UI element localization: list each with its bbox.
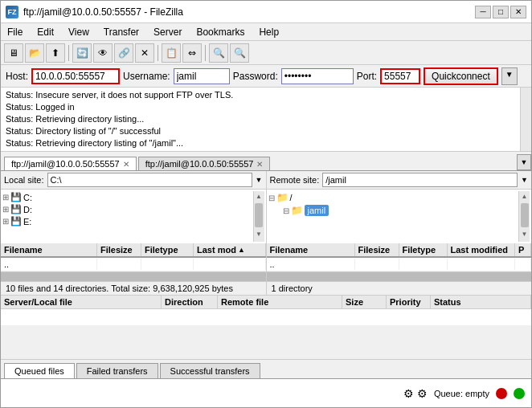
expand-c-icon[interactable]: ⊞ — [2, 193, 9, 202]
tab-dropdown[interactable]: ▼ — [517, 154, 531, 170]
tab-1[interactable]: ftp://jamil@10.0.0.50:55557 ✕ — [138, 157, 271, 170]
scroll-up-icon[interactable]: ▲ — [254, 191, 264, 202]
toolbar-sep3 — [205, 45, 206, 61]
remote-tree-jamil[interactable]: ⊟ 📁 jamil — [268, 204, 519, 217]
window-title: ftp://jamil@10.0.0.50:55557 - FileZilla — [23, 6, 183, 18]
local-col-lastmod[interactable]: Last mod — [194, 243, 266, 256]
remote-site-dropdown[interactable]: ▼ — [521, 176, 528, 184]
remote-site-label: Remote site: — [270, 175, 320, 185]
toolbar-open-dialog[interactable]: 📂 — [25, 43, 44, 63]
local-summary: 10 files and 14 directories. Total size:… — [1, 281, 266, 295]
table-row[interactable]: .. — [1, 258, 266, 271]
queue-col-server: Server/Local file — [1, 296, 162, 308]
toolbar-reconnect[interactable]: 🔗 — [114, 43, 133, 63]
tab-1-close[interactable]: ✕ — [256, 160, 263, 169]
menu-bookmarks[interactable]: Bookmarks — [193, 26, 248, 39]
host-bar: Host: Username: Password: Port: Quickcon… — [1, 65, 531, 88]
bottom-tab-successful[interactable]: Successful transfers — [160, 363, 260, 378]
password-input[interactable] — [281, 68, 354, 84]
menu-file[interactable]: File — [4, 26, 26, 39]
username-input[interactable] — [174, 68, 230, 84]
remote-tree-vscroll[interactable]: ▲ ▼ — [518, 191, 530, 242]
status-scrollbar[interactable] — [520, 88, 531, 151]
bottom-tabs: Queued files Failed transfers Successful… — [1, 360, 531, 378]
bottom-tab-queued[interactable]: Queued files — [4, 363, 75, 378]
drive-c-icon: 💾 — [10, 192, 22, 202]
local-cell-lastmod — [194, 259, 266, 270]
remote-scroll-up-icon[interactable]: ▲ — [520, 191, 530, 202]
drive-d-icon: 💾 — [10, 204, 22, 214]
toolbar-toggle-hidden[interactable]: 👁 — [93, 43, 113, 63]
scroll-thumb[interactable] — [255, 203, 263, 227]
local-tree-item-d[interactable]: ⊞ 💾 D: — [2, 203, 253, 215]
toolbar-refresh[interactable]: 🔄 — [72, 43, 92, 63]
local-tree-content: ⊞ 💾 C: ⊞ 💾 D: ⊞ 💾 E: — [2, 191, 253, 242]
app-icon: FZ — [6, 6, 18, 18]
toolbar-search2[interactable]: 🔍 — [230, 43, 249, 63]
menu-view[interactable]: View — [65, 26, 92, 39]
expand-d-icon[interactable]: ⊞ — [2, 205, 9, 214]
remote-col-filesize[interactable]: Filesize — [355, 243, 399, 256]
close-button[interactable]: ✕ — [510, 6, 526, 18]
table-row[interactable]: .. — [267, 258, 532, 271]
local-tree-item-c[interactable]: ⊞ 💾 C: — [2, 191, 253, 203]
remote-table-area: Filename Filesize Filetype Last modified… — [267, 243, 532, 295]
local-hscroll-thumb[interactable] — [1, 272, 266, 281]
expand-jamil-icon[interactable]: ⊟ — [283, 206, 289, 215]
local-col-filesize[interactable]: Filesize — [97, 243, 141, 256]
remote-col-filetype[interactable]: Filetype — [399, 243, 448, 256]
scroll-down-icon[interactable]: ▼ — [254, 229, 264, 239]
remote-hscroll[interactable] — [267, 271, 532, 281]
local-col-filename[interactable]: Filename — [1, 243, 97, 256]
host-input[interactable] — [31, 68, 120, 84]
local-cell-filename: .. — [1, 259, 97, 270]
remote-tree-root[interactable]: ⊟ 📁 / — [268, 191, 519, 204]
remote-col-filename[interactable]: Filename — [267, 243, 355, 256]
remote-scroll-down-icon[interactable]: ▼ — [520, 229, 530, 239]
remote-cell-filename: .. — [267, 259, 355, 270]
toolbar-compare[interactable]: ⇔ — [182, 43, 202, 63]
menu-help[interactable]: Help — [256, 26, 282, 39]
tab-0-label: ftp://jamil@10.0.0.50:55557 — [11, 159, 120, 169]
queue-col-size: Size — [342, 296, 387, 308]
quickconnect-dropdown[interactable]: ▼ — [501, 67, 518, 85]
remote-scroll-thumb[interactable] — [521, 203, 529, 227]
remote-hscroll-thumb[interactable] — [267, 272, 532, 281]
toolbar-copy-url[interactable]: 📋 — [162, 43, 181, 63]
toolbar-site-manager[interactable]: 🖥 — [4, 43, 23, 63]
local-tree-item-e[interactable]: ⊞ 💾 E: — [2, 215, 253, 227]
remote-col-p[interactable]: P — [515, 243, 531, 256]
password-label: Password: — [233, 71, 278, 82]
jamil-label[interactable]: jamil — [305, 205, 329, 216]
queue-col-priority: Priority — [387, 296, 431, 308]
port-input[interactable] — [380, 68, 420, 84]
local-cell-filetype — [141, 259, 194, 270]
menu-edit[interactable]: Edit — [34, 26, 57, 39]
menu-server[interactable]: Server — [150, 26, 185, 39]
remote-tree: ⊟ 📁 / ⊟ 📁 jamil ▲ ▼ — [267, 190, 532, 243]
local-site-dropdown[interactable]: ▼ — [256, 176, 263, 184]
remote-site-input[interactable] — [322, 173, 518, 187]
maximize-button[interactable]: □ — [493, 6, 509, 18]
local-table-rows: .. — [1, 258, 266, 271]
tab-0[interactable]: ftp://jamil@10.0.0.50:55557 ✕ — [4, 157, 137, 170]
tab-0-close[interactable]: ✕ — [123, 160, 129, 169]
local-hscroll[interactable] — [1, 271, 266, 281]
gear-icon-1[interactable]: ⚙ — [403, 387, 414, 400]
bottom-tab-failed[interactable]: Failed transfers — [76, 363, 158, 378]
local-col-filetype[interactable]: Filetype — [141, 243, 194, 256]
toolbar-up[interactable]: ⬆ — [46, 43, 65, 63]
minimize-button[interactable]: ─ — [475, 6, 491, 18]
quickconnect-button[interactable]: Quickconnect — [424, 67, 498, 85]
queue-rows — [1, 309, 531, 325]
local-site-input[interactable] — [47, 173, 252, 187]
local-tree-vscroll[interactable]: ▲ ▼ — [253, 191, 264, 242]
menu-transfer[interactable]: Transfer — [100, 26, 142, 39]
drive-e-label: E: — [23, 217, 31, 226]
toolbar-cancel[interactable]: ✕ — [135, 43, 154, 63]
gear-icon-2[interactable]: ⚙ — [417, 387, 428, 400]
remote-col-lastmod[interactable]: Last modified — [448, 243, 516, 256]
expand-e-icon[interactable]: ⊞ — [2, 217, 9, 226]
toolbar-search[interactable]: 🔍 — [209, 43, 228, 63]
expand-root-icon[interactable]: ⊟ — [268, 194, 275, 202]
